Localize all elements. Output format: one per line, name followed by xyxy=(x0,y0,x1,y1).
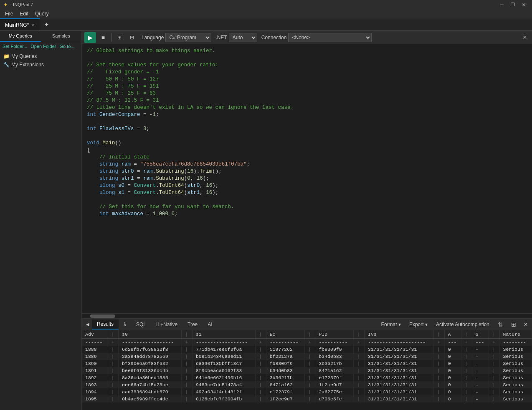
col-sep1: | xyxy=(108,330,119,339)
app-logo: ✦ xyxy=(3,2,8,8)
results-area: ◀ Results λ SQL IL+Native Tree AI Format… xyxy=(82,318,532,410)
results-dash-row: ------ + ------------------ + ----------… xyxy=(82,339,532,346)
col-pid: PID xyxy=(315,330,354,339)
activate-autocompletion-button[interactable]: Activate Autocompletion xyxy=(433,321,493,328)
minimize-button[interactable]: ─ xyxy=(497,0,507,9)
table-row[interactable]: 1895|0b4ae5989ffce4dc|0126ebfc7f3004fb|1… xyxy=(82,395,532,402)
code-line xyxy=(82,118,532,126)
menu-edit[interactable]: Edit xyxy=(16,10,32,18)
net-select[interactable]: Auto .NET 6 .NET 7 .NET 8 xyxy=(229,33,257,42)
table-row[interactable]: 1893|eee66a74bf5d28be|9483ce7dc51478a4|8… xyxy=(82,381,532,388)
code-line: // Litleo line doesn't exist in LA so we… xyxy=(82,104,532,111)
horizontal-scrollbar[interactable] xyxy=(82,313,532,318)
connection-close-button[interactable]: ✕ xyxy=(520,33,529,42)
results-header-row: Adv | s0 | s1 | EC | PID | IVs | xyxy=(82,330,532,339)
tab-label: MainRNG* xyxy=(5,22,29,28)
col-s0: s0 xyxy=(119,330,182,339)
menu-query[interactable]: Query xyxy=(32,10,52,18)
col-a: A xyxy=(444,330,461,339)
code-line: // 75 M : 25 F = 63 xyxy=(82,90,532,97)
code-line: int maxAdvance = 1_000_0; xyxy=(82,211,532,218)
code-editor[interactable]: // Global settings to make things easier… xyxy=(82,44,532,313)
tree-item-my-queries[interactable]: 📁 My Queries xyxy=(0,52,81,60)
code-line xyxy=(82,55,532,62)
results-tab-sql[interactable]: SQL xyxy=(131,320,151,329)
tab-bar: MainRNG* ✕ + xyxy=(0,18,532,31)
results-tab-ilnative[interactable]: IL+Native xyxy=(151,320,182,329)
code-line: ulong s0 = Convert.ToUInt64(str0, 16); xyxy=(82,182,532,189)
format-label: Format ▾ xyxy=(381,322,401,327)
col-sep8: | xyxy=(489,330,500,339)
results-tab-ai[interactable]: AI xyxy=(203,320,217,329)
sort-icon[interactable]: ⇅ xyxy=(494,320,506,329)
menu-file[interactable]: File xyxy=(2,10,16,18)
horizontal-scrollbar-thumb[interactable] xyxy=(90,314,115,318)
editor-area: ▶ ■ ⊞ ⊟ Language C# Program C# Expressio… xyxy=(82,31,532,410)
results-tab-tree[interactable]: Tree xyxy=(182,320,203,329)
results-table: Adv | s0 | s1 | EC | PID | IVs | xyxy=(82,330,532,402)
code-line: // Fixed gender = -1 xyxy=(82,69,532,76)
connection-label: Connection xyxy=(261,35,287,40)
code-line: { xyxy=(82,147,532,154)
folder-icon: 📁 xyxy=(3,53,10,59)
grid-toggle-icon[interactable]: ⊞ xyxy=(508,320,519,329)
set-folder-button[interactable]: Set Folder... xyxy=(3,44,27,49)
export-button[interactable]: Export ▾ xyxy=(406,321,431,328)
stop-button[interactable]: ■ xyxy=(98,33,109,42)
col-nature: Nature xyxy=(499,330,532,339)
table-row[interactable]: 1894|aad3836894bdb670|492a034f4cb4812f|e… xyxy=(82,388,532,395)
results-tbody: 1888|6d28fb7f638832f8|771db417ee0f3f6a|5… xyxy=(82,346,532,402)
sidebar-tab-samples[interactable]: Samples xyxy=(41,31,82,42)
tab-close-icon[interactable]: ✕ xyxy=(31,23,35,27)
title-bar-left: ✦ LINQPad 7 xyxy=(3,2,33,8)
code-line: ulong s1 = Convert.ToUInt64(str1, 16); xyxy=(82,189,532,196)
table-row[interactable]: 1890|bf39be6a9f83f632|da390f135bff13c7|f… xyxy=(82,360,532,367)
maximize-button[interactable]: ❐ xyxy=(508,0,518,9)
tab-main[interactable]: MainRNG* ✕ xyxy=(0,18,40,30)
main-layout: My Queries Samples Set Folder... Open Fo… xyxy=(0,31,532,410)
tab-add-button[interactable]: + xyxy=(40,18,53,30)
language-label: Language xyxy=(142,35,164,40)
run-button[interactable]: ▶ xyxy=(84,32,96,43)
open-folder-button[interactable]: Open Folder xyxy=(30,44,56,49)
code-line xyxy=(82,133,532,140)
code-line: int GenderCompare = -1; xyxy=(82,111,532,118)
sidebar-tab-queries[interactable]: My Queries xyxy=(0,31,41,42)
results-close-button[interactable]: ✕ xyxy=(521,320,530,329)
table-row[interactable]: 1888|6d28fb7f638832f8|771db417ee0f3f6a|5… xyxy=(82,346,532,353)
go-to-button[interactable]: Go to... xyxy=(59,44,74,49)
code-line: // Set these values for your gender rati… xyxy=(82,62,532,69)
tree-item-label: My Extensions xyxy=(11,62,44,68)
list-view-button[interactable]: ⊟ xyxy=(127,33,137,42)
autocompletion-label: Activate Autocompletion xyxy=(436,322,489,327)
results-content[interactable]: Adv | s0 | s1 | EC | PID | IVs | xyxy=(82,330,532,410)
code-line: // Initial state xyxy=(82,154,532,161)
title-text: LINQPad 7 xyxy=(10,2,33,7)
results-tab-lambda[interactable]: λ xyxy=(119,320,131,329)
code-line: // Global settings to make things easier… xyxy=(82,48,532,55)
code-line: string str1 = ram.Substring(0, 16); xyxy=(82,175,532,182)
table-row[interactable]: 1889|2a3e4add78782569|b0e1b24346a9ed11|b… xyxy=(82,353,532,360)
results-tab-scroll-left[interactable]: ◀ xyxy=(84,322,92,327)
close-button[interactable]: ✕ xyxy=(519,0,529,9)
col-sep6: | xyxy=(434,330,445,339)
tree-item-my-extensions[interactable]: 🔧 My Extensions xyxy=(0,60,81,69)
extension-icon: 🔧 xyxy=(3,62,10,68)
table-row[interactable]: 1892|8a36cda30bed1585|641e6e662f490bf6|3… xyxy=(82,374,532,381)
results-tab-results[interactable]: Results xyxy=(92,319,119,330)
col-ec: EC xyxy=(266,330,304,339)
col-sep5: | xyxy=(354,330,365,339)
col-s1: s1 xyxy=(192,330,255,339)
table-row[interactable]: 1891|bee6f6f31336dc4b|8f9cbeaca0162f38|b… xyxy=(82,367,532,374)
language-select[interactable]: C# Program C# Expression C# Statements F… xyxy=(165,33,211,42)
sidebar-actions: Set Folder... Open Folder Go to... xyxy=(0,42,81,50)
sidebar: My Queries Samples Set Folder... Open Fo… xyxy=(0,31,82,410)
code-line xyxy=(82,196,532,204)
grid-view-button[interactable]: ⊞ xyxy=(114,33,125,42)
col-ivs: IVs xyxy=(365,330,434,339)
connection-select[interactable]: <None> xyxy=(288,33,372,42)
code-line: // 87.5 M : 12.5 F = 31 xyxy=(82,97,532,104)
col-adv: Adv xyxy=(82,330,108,339)
format-button[interactable]: Format ▾ xyxy=(378,321,404,328)
results-toolbar: ◀ Results λ SQL IL+Native Tree AI Format… xyxy=(82,319,532,330)
